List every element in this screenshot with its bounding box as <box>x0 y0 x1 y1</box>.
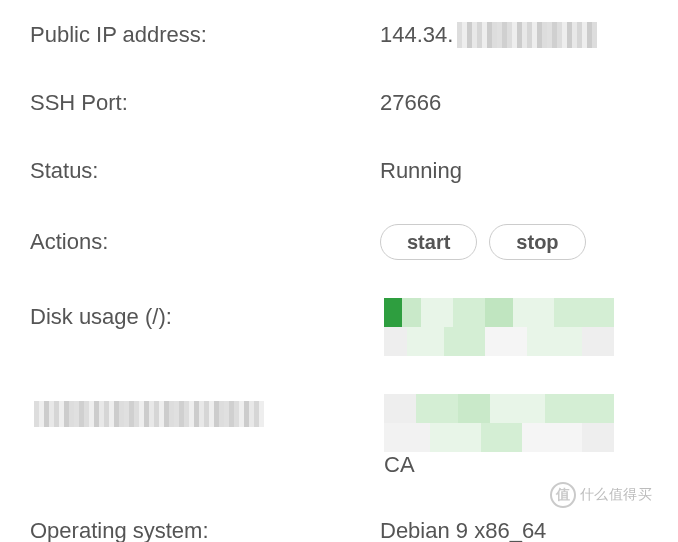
row-ssh-port: SSH Port: 27666 <box>30 88 648 118</box>
value-os: Debian 9 x86_64 <box>380 518 648 542</box>
value-redacted: CA <box>380 394 648 478</box>
redacted-ip-suffix <box>457 22 597 48</box>
ip-prefix: 144.34. <box>380 22 453 48</box>
label-disk-usage: Disk usage (/): <box>30 298 380 330</box>
row-actions: Actions: start stop <box>30 224 648 260</box>
value-ssh-port: 27666 <box>380 90 648 116</box>
label-os: Operating system: <box>30 518 380 542</box>
label-ssh-port: SSH Port: <box>30 90 380 116</box>
stop-button[interactable]: stop <box>489 224 585 260</box>
value-disk-usage <box>380 298 648 356</box>
watermark-text: 什么值得买 <box>580 486 653 504</box>
row-public-ip: Public IP address: 144.34. <box>30 20 648 50</box>
row-status: Status: Running <box>30 156 648 186</box>
row-redacted: CA <box>30 394 648 478</box>
label-status: Status: <box>30 158 380 184</box>
redacted-disk-usage <box>384 298 614 356</box>
label-public-ip: Public IP address: <box>30 22 380 48</box>
redacted-label <box>34 401 264 427</box>
row-disk-usage: Disk usage (/): <box>30 298 648 356</box>
watermark: 值 什么值得买 <box>550 482 653 508</box>
value-status: Running <box>380 158 648 184</box>
ca-suffix: CA <box>384 452 415 478</box>
watermark-icon: 值 <box>550 482 576 508</box>
row-os: Operating system: Debian 9 x86_64 <box>30 516 648 542</box>
value-public-ip: 144.34. <box>380 22 648 48</box>
start-button[interactable]: start <box>380 224 477 260</box>
value-actions: start stop <box>380 224 648 260</box>
label-actions: Actions: <box>30 229 380 255</box>
redacted-value <box>384 394 614 452</box>
label-redacted <box>30 394 380 427</box>
